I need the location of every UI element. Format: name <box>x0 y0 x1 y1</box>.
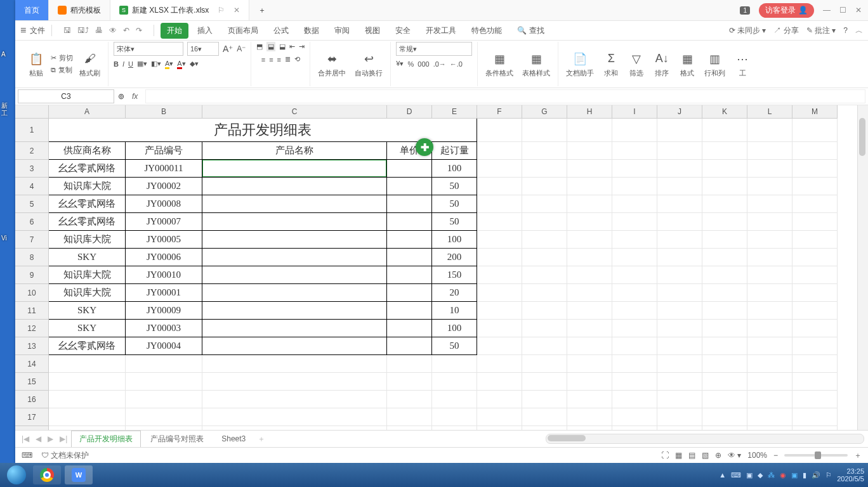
cell-H8[interactable] <box>567 249 612 266</box>
cell-I16[interactable] <box>612 391 657 408</box>
cell-B2[interactable]: 产品编号 <box>126 142 202 160</box>
table-style-button[interactable]: ▦表格样式 <box>520 51 553 78</box>
cell-A2[interactable]: 供应商名称 <box>49 142 126 160</box>
cell-H18[interactable] <box>567 426 612 431</box>
sum-button[interactable]: Σ求和 <box>600 51 622 78</box>
cell-D17[interactable] <box>387 408 432 426</box>
menu-view[interactable]: 视图 <box>358 23 386 39</box>
cell-B9[interactable]: JY00010 <box>126 266 202 284</box>
cell-I11[interactable] <box>612 302 657 320</box>
indent-increase-icon[interactable]: ⇥ <box>299 42 305 51</box>
window-minimize-icon[interactable]: — <box>823 6 831 15</box>
cell-M15[interactable] <box>792 373 838 391</box>
cell-G18[interactable] <box>522 426 567 431</box>
cell-H5[interactable] <box>567 195 612 213</box>
cell-B14[interactable] <box>126 355 202 373</box>
cell-C13[interactable] <box>202 337 387 355</box>
cell-J14[interactable] <box>657 355 702 373</box>
cell-K2[interactable] <box>702 142 747 160</box>
cell-I13[interactable] <box>612 337 657 355</box>
cell-C10[interactable] <box>202 284 387 302</box>
zoom-in-icon[interactable]: ＋ <box>854 450 862 461</box>
cell-H12[interactable] <box>567 320 612 337</box>
font-size-select[interactable]: 16 ▾ <box>187 42 219 56</box>
cell-M8[interactable] <box>792 249 838 266</box>
cell-G5[interactable] <box>522 195 567 213</box>
sheet-nav-prev-icon[interactable]: ◀ <box>33 434 44 443</box>
row-header-6[interactable]: 6 <box>15 213 49 231</box>
cell-K5[interactable] <box>702 195 747 213</box>
cell-F10[interactable] <box>477 284 522 302</box>
cell-F4[interactable] <box>477 178 522 195</box>
cell-H14[interactable] <box>567 355 612 373</box>
cell-K15[interactable] <box>702 373 747 391</box>
cell-B17[interactable] <box>126 408 202 426</box>
sheet-nav-last-icon[interactable]: ▶| <box>57 434 70 443</box>
col-header-E[interactable]: E <box>432 105 477 119</box>
cell-M18[interactable] <box>792 426 838 431</box>
col-header-J[interactable]: J <box>657 105 702 119</box>
cell-E12[interactable]: 100 <box>432 320 477 337</box>
start-button[interactable] <box>4 465 29 484</box>
cell-K9[interactable] <box>702 266 747 284</box>
tray-bluetooth-icon[interactable]: ⁂ <box>768 471 775 479</box>
cell-E4[interactable]: 50 <box>432 178 477 195</box>
font-name-select[interactable]: 宋体 ▾ <box>114 42 183 56</box>
filter-button[interactable]: ▽筛选 <box>626 51 647 78</box>
cell-A8[interactable]: SKY <box>49 249 126 266</box>
cell-E3[interactable]: 100 <box>432 160 477 178</box>
cell-A14[interactable] <box>49 355 126 373</box>
cell-L16[interactable] <box>747 391 792 408</box>
cut-button[interactable]: ✂ 剪切 <box>51 53 73 63</box>
cell-J10[interactable] <box>657 284 702 302</box>
cell-A7[interactable]: 知识库大院 <box>49 231 126 249</box>
row-header-9[interactable]: 9 <box>15 266 49 284</box>
decrease-font-icon[interactable]: A⁻ <box>237 44 246 53</box>
cell-J4[interactable] <box>657 178 702 195</box>
cell-I10[interactable] <box>612 284 657 302</box>
cell-I7[interactable] <box>612 231 657 249</box>
menu-special[interactable]: 特色功能 <box>465 23 508 39</box>
cell-I12[interactable] <box>612 320 657 337</box>
cell-F18[interactable] <box>477 426 522 431</box>
cell-H4[interactable] <box>567 178 612 195</box>
cell-F13[interactable] <box>477 337 522 355</box>
cell-G9[interactable] <box>522 266 567 284</box>
cell-G7[interactable] <box>522 231 567 249</box>
undo-icon[interactable]: ↶ <box>123 26 129 35</box>
tray-volume-icon[interactable]: 🔊 <box>812 471 820 479</box>
tray-icon[interactable]: ◆ <box>758 471 763 479</box>
cell-L7[interactable] <box>747 231 792 249</box>
cell-K17[interactable] <box>702 408 747 426</box>
cell-F2[interactable] <box>477 142 522 160</box>
view-page-icon[interactable]: ▤ <box>688 451 695 460</box>
cell-A17[interactable] <box>49 408 126 426</box>
cell-F8[interactable] <box>477 249 522 266</box>
cell-D10[interactable] <box>387 284 432 302</box>
cell-E6[interactable]: 50 <box>432 213 477 231</box>
dec-decimal-icon[interactable]: ←.0 <box>450 60 463 68</box>
italic-icon[interactable]: I <box>122 60 124 68</box>
tab-new[interactable]: ＋ <box>249 0 275 20</box>
cell-J17[interactable] <box>657 408 702 426</box>
cell-B11[interactable]: JY00009 <box>126 302 202 320</box>
eye-icon[interactable]: 👁 ▾ <box>728 451 741 460</box>
cell-G3[interactable] <box>522 160 567 178</box>
sheet-add-icon[interactable]: ＋ <box>255 434 268 445</box>
col-header-K[interactable]: K <box>702 105 747 119</box>
cell-J15[interactable] <box>657 373 702 391</box>
cell-K3[interactable] <box>702 160 747 178</box>
cell-M10[interactable] <box>792 284 838 302</box>
cell-K11[interactable] <box>702 302 747 320</box>
cell-B5[interactable]: JY00008 <box>126 195 202 213</box>
wrap-text-button[interactable]: ↩自动换行 <box>352 51 385 78</box>
save-icon[interactable]: 🖫 <box>63 26 71 35</box>
cell-G16[interactable] <box>522 391 567 408</box>
cell-L13[interactable] <box>747 337 792 355</box>
menu-layout[interactable]: 页面布局 <box>221 23 265 39</box>
row-header-10[interactable]: 10 <box>15 284 49 302</box>
cell-E10[interactable]: 20 <box>432 284 477 302</box>
cell-H10[interactable] <box>567 284 612 302</box>
menu-devtools[interactable]: 开发工具 <box>419 23 463 39</box>
tray-icon[interactable]: ▲ <box>719 471 726 479</box>
